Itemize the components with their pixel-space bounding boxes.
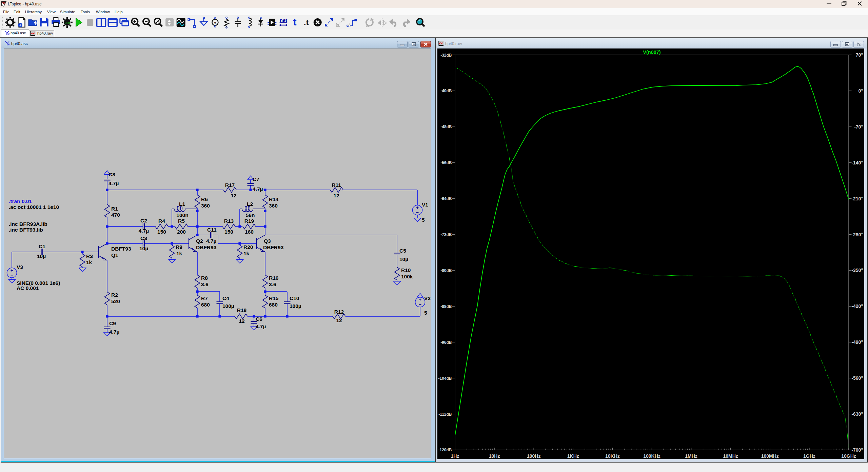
svg-text:R20: R20 (243, 244, 253, 250)
svg-text:R19: R19 (244, 218, 254, 224)
svg-text:C8: C8 (108, 172, 115, 177)
svg-text:V1: V1 (422, 202, 428, 208)
svg-text:R6: R6 (201, 196, 208, 202)
svg-text:200: 200 (177, 229, 186, 235)
svg-text:160: 160 (245, 229, 254, 235)
svg-text:0°: 0° (859, 88, 863, 94)
svg-text:10MHz: 10MHz (723, 453, 738, 459)
svg-text:C5: C5 (399, 248, 406, 254)
svg-text:5: 5 (424, 310, 427, 316)
svg-text:R12: R12 (334, 309, 344, 315)
svg-text:-350°: -350° (851, 268, 863, 273)
svg-text:56n: 56n (246, 212, 255, 218)
svg-text:DBFR93: DBFR93 (196, 244, 217, 250)
svg-text:12: 12 (239, 318, 244, 324)
svg-text:12: 12 (336, 317, 342, 323)
svg-text:C9: C9 (109, 320, 116, 326)
svg-text:R3: R3 (86, 253, 93, 259)
svg-text:L2: L2 (247, 201, 253, 207)
svg-text:70°: 70° (856, 52, 863, 58)
svg-text:-210°: -210° (851, 196, 863, 201)
svg-text:R1: R1 (111, 206, 118, 212)
svg-text:-80dB: -80dB (440, 268, 452, 273)
svg-text:-56dB: -56dB (440, 160, 452, 165)
svg-text:4.7µ: 4.7µ (108, 180, 119, 186)
svg-text:100Hz: 100Hz (527, 453, 540, 459)
svg-text:C3: C3 (140, 235, 147, 241)
svg-text:1Hz: 1Hz (451, 453, 459, 459)
svg-text:DBFT93: DBFT93 (111, 246, 131, 252)
svg-text:L1: L1 (179, 201, 185, 207)
svg-text:V(n007): V(n007) (643, 50, 661, 55)
svg-text:-120dB: -120dB (438, 448, 452, 452)
svg-text:360: 360 (201, 203, 210, 209)
svg-text:1MHz: 1MHz (685, 453, 697, 459)
svg-text:10µ: 10µ (399, 256, 408, 262)
svg-text:V2: V2 (424, 295, 431, 301)
svg-text:R8: R8 (201, 275, 208, 281)
svg-text:1k: 1k (176, 251, 182, 256)
svg-text:DBFR93: DBFR93 (263, 244, 284, 250)
svg-text:.ac: .ac (64, 21, 70, 25)
svg-text:R18: R18 (237, 307, 247, 313)
svg-text:R14: R14 (269, 196, 279, 202)
svg-text:100µ: 100µ (222, 303, 234, 309)
svg-text:1GHz: 1GHz (803, 453, 815, 459)
svg-text:680: 680 (269, 302, 278, 308)
svg-text:Q1: Q1 (111, 252, 118, 258)
svg-text:-140°: -140° (851, 160, 863, 165)
svg-text:R11: R11 (332, 182, 341, 188)
svg-text:C4: C4 (222, 295, 229, 301)
svg-text:R17: R17 (225, 182, 235, 188)
svg-text:5: 5 (422, 217, 425, 223)
svg-text:Q2: Q2 (196, 238, 203, 244)
svg-text:-40dB: -40dB (440, 88, 452, 93)
svg-text:.t: .t (304, 18, 309, 27)
svg-text:1k: 1k (86, 259, 92, 265)
svg-text:C1: C1 (39, 243, 45, 249)
svg-text:3.6: 3.6 (269, 281, 276, 287)
svg-text:4.7µ: 4.7µ (256, 323, 266, 329)
svg-text:100n: 100n (176, 212, 188, 218)
svg-text:12: 12 (333, 193, 339, 198)
svg-text:R7: R7 (201, 295, 208, 301)
svg-text:v: v (214, 20, 216, 24)
svg-text:t: t (293, 16, 297, 27)
svg-text:-96dB: -96dB (440, 340, 452, 345)
svg-text:net: net (280, 17, 288, 23)
svg-text:-700°: -700° (851, 447, 863, 453)
svg-text:100µ: 100µ (290, 303, 301, 309)
svg-text:4.7µ: 4.7µ (109, 329, 119, 335)
svg-text:.tran 0.01: .tran 0.01 (9, 198, 32, 204)
svg-text:-64dB: -64dB (440, 196, 452, 201)
svg-text:-280°: -280° (851, 232, 863, 237)
svg-text:-490°: -490° (851, 339, 863, 345)
svg-text:100KHz: 100KHz (643, 453, 660, 459)
svg-text:100MHz: 100MHz (761, 453, 779, 459)
svg-text:10µ: 10µ (139, 245, 148, 251)
svg-text:-88dB: -88dB (440, 304, 452, 309)
svg-text:3.6: 3.6 (201, 281, 209, 287)
svg-text:100k: 100k (401, 274, 413, 279)
svg-text:1KHz: 1KHz (567, 453, 579, 459)
svg-text:C7: C7 (253, 176, 259, 182)
svg-text:4.7µ: 4.7µ (139, 228, 149, 234)
svg-text:4.7µ: 4.7µ (253, 186, 263, 192)
svg-text:4.7µ: 4.7µ (206, 238, 216, 244)
svg-text:10Hz: 10Hz (489, 453, 500, 459)
svg-text:C10: C10 (290, 295, 299, 301)
svg-text:AC 0.001: AC 0.001 (17, 285, 39, 291)
svg-text:-32dB: -32dB (440, 53, 452, 58)
svg-text:R15: R15 (269, 295, 279, 301)
svg-text:360: 360 (269, 203, 278, 209)
svg-text:10µ: 10µ (37, 253, 46, 259)
svg-text:R9: R9 (176, 244, 182, 250)
svg-text:R13: R13 (224, 218, 234, 224)
svg-text:520: 520 (111, 298, 120, 304)
svg-text:-560°: -560° (851, 375, 863, 381)
svg-text:-48dB: -48dB (440, 124, 452, 129)
svg-text:-72dB: -72dB (440, 232, 452, 237)
svg-text:C2: C2 (140, 218, 147, 223)
svg-text:.inc BFR93A.lib: .inc BFR93A.lib (9, 221, 47, 227)
svg-text:1k: 1k (243, 251, 250, 256)
